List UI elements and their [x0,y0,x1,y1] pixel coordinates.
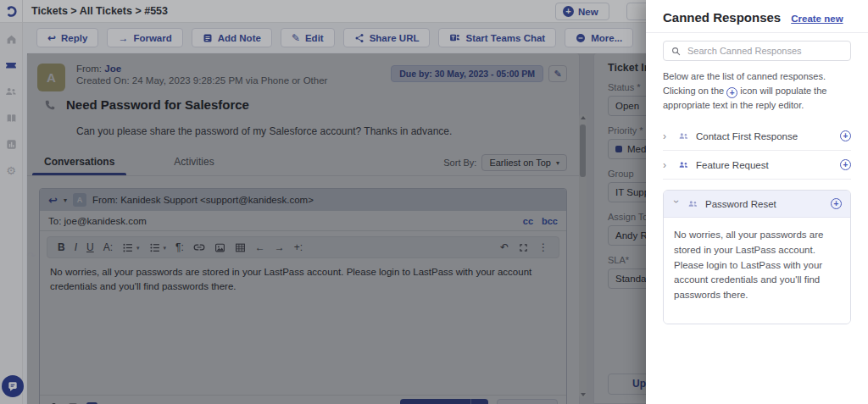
list-item-contact-first-response[interactable]: › Contact First Response + [663,122,851,151]
plus-circle-inline-icon: + [726,87,737,98]
group-icon [678,159,689,170]
list-item-password-reset-expanded: › Password Reset + No worries, all your … [663,190,851,324]
insert-response-button[interactable]: + [831,198,842,209]
chevron-right-icon[interactable]: › [663,130,671,142]
item-label: Password Reset [705,199,776,209]
insert-response-button[interactable]: + [840,130,851,141]
canned-response-search[interactable] [663,41,851,61]
item-label: Feature Request [696,160,769,170]
search-input[interactable] [687,46,843,56]
password-reset-header[interactable]: › Password Reset + [664,191,850,218]
group-icon [678,130,689,141]
canned-responses-list: › Contact First Response + › Feature Req… [663,122,851,324]
group-icon [687,198,698,209]
chevron-down-icon[interactable]: › [670,200,682,208]
search-icon [671,47,681,56]
app-window: ⚙ Tickets > All Tickets > #553 + New ↩ R… [0,0,868,404]
modal-backdrop[interactable] [0,0,646,404]
drawer-description: Below are the list of canned responses. … [663,69,851,112]
create-new-link[interactable]: Create new [791,14,843,24]
chevron-right-icon[interactable]: › [663,159,671,171]
canned-responses-drawer: Canned Responses Create new Below are th… [646,0,868,404]
drawer-title: Canned Responses [663,10,781,25]
password-reset-content: No worries, all your passwords are store… [664,218,850,324]
insert-response-button[interactable]: + [840,159,851,170]
list-item-feature-request[interactable]: › Feature Request + [663,151,851,180]
item-label: Contact First Response [696,131,798,141]
